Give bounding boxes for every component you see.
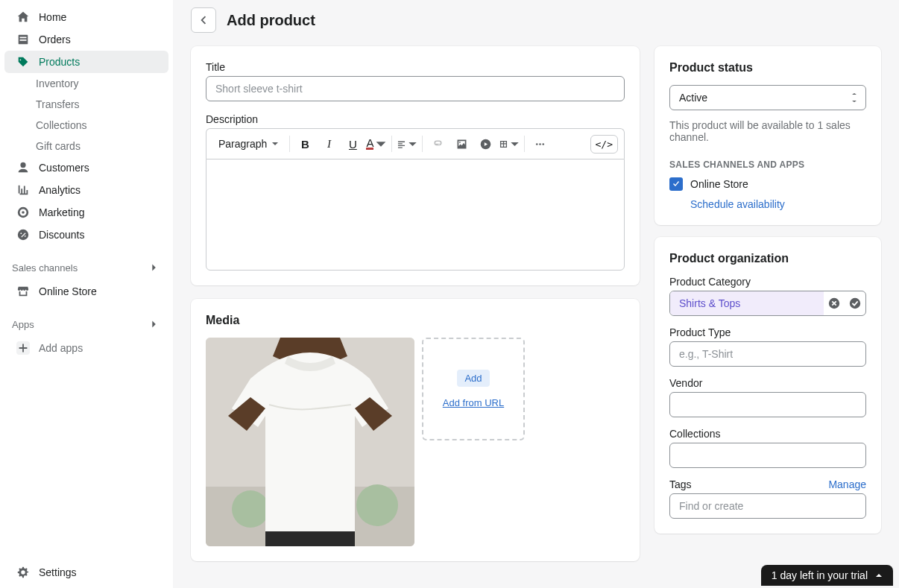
title-input[interactable] [206,76,625,101]
chevron-down-icon [271,140,279,148]
nav-section-apps[interactable]: Apps [0,312,173,337]
text-color-button[interactable]: A [366,133,387,154]
tags-label: Tags [669,478,692,490]
products-icon [16,55,30,69]
link-button[interactable] [427,133,448,154]
vendor-label: Vendor [669,377,866,389]
nav-online-store[interactable]: Online Store [4,280,168,303]
manage-tags-link[interactable]: Manage [828,478,866,490]
customers-icon [16,161,30,174]
add-media-button[interactable]: Add [457,370,489,387]
channels-subheader: Sales channels and apps [669,159,866,170]
type-input[interactable] [669,341,866,367]
chevron-right-icon [148,261,161,274]
collections-label: Collections [669,428,866,440]
editor-toolbar: Paragraph B I U A [206,128,625,159]
org-heading: Product organization [669,252,866,265]
analytics-icon [16,183,30,197]
svg-point-10 [850,298,860,309]
page-title: Add product [227,12,315,29]
more-button[interactable] [529,133,550,154]
vendor-input[interactable] [669,392,866,417]
media-dropzone[interactable]: Add Add from URL [422,338,525,440]
nav-settings[interactable]: Settings [4,561,168,584]
nav-transfers[interactable]: Transfers [4,94,168,115]
plus-icon [16,341,30,355]
nav-label: Home [39,11,66,23]
svg-point-1 [536,143,538,145]
orders-icon [16,33,30,46]
svg-rect-8 [265,531,355,546]
clear-category-button[interactable] [824,291,845,315]
chevron-down-icon [375,138,387,151]
chevron-down-icon [408,138,417,151]
nav-section-channels[interactable]: Sales channels [0,255,173,280]
nav-label: Discounts [39,229,84,241]
online-store-checkbox[interactable] [669,177,683,191]
nav-orders[interactable]: Orders [4,28,168,51]
status-select[interactable]: Active [669,85,866,110]
back-button[interactable] [191,7,216,33]
video-button[interactable] [475,133,496,154]
nav-add-apps[interactable]: Add apps [4,337,168,359]
nav-label: Customers [39,162,89,174]
status-help: This product will be available to 1 sale… [669,119,866,143]
confirm-category-button[interactable] [845,291,865,315]
trial-banner[interactable]: 1 day left in your trial [761,565,893,586]
add-from-url-link[interactable]: Add from URL [443,397,504,408]
nav-label: Analytics [39,184,81,196]
nav-home[interactable]: Home [4,6,168,28]
title-label: Title [206,61,625,73]
page-header: Add product [191,7,881,33]
marketing-icon [16,206,30,219]
discounts-icon [16,228,30,241]
nav-label: Marketing [39,206,84,218]
type-label: Product Type [669,326,866,338]
collections-input[interactable] [669,443,866,468]
desc-label: Description [206,113,625,125]
schedule-availability-link[interactable]: Schedule availability [690,198,785,210]
title-card: Title Description Paragraph B I U A [191,46,640,285]
chevron-right-icon [148,317,161,331]
nav-label: Orders [39,34,71,45]
nav-label: Add apps [39,342,83,354]
svg-point-2 [539,143,541,145]
nav-label: Settings [39,566,77,578]
underline-button[interactable]: U [342,133,363,154]
description-editor[interactable] [206,159,625,271]
nav-discounts[interactable]: Discounts [4,224,168,246]
html-toggle[interactable]: </> [590,135,618,154]
image-button[interactable] [451,133,472,154]
nav-analytics[interactable]: Analytics [4,179,168,201]
nav-inventory[interactable]: Inventory [4,73,168,94]
nav-giftcards[interactable]: Gift cards [4,136,168,157]
nav-label: Online Store [39,285,97,297]
home-icon [16,10,30,24]
paragraph-dropdown[interactable]: Paragraph [212,135,285,153]
sidebar: Home Orders Products Inventory Transfers… [0,0,173,588]
italic-button[interactable]: I [318,133,339,154]
category-input[interactable]: Shirts & Tops [669,291,866,316]
chevron-down-icon [510,138,520,151]
nav-marketing[interactable]: Marketing [4,201,168,224]
nav-collections[interactable]: Collections [4,115,168,136]
svg-point-6 [232,490,269,528]
tags-input[interactable] [669,493,866,519]
gear-icon [16,566,30,579]
table-button[interactable] [499,133,520,154]
main-content: Add product Title Description Paragraph … [173,0,899,588]
nav-products[interactable]: Products [4,51,168,73]
nav-customers[interactable]: Customers [4,157,168,179]
status-card: Product status Active This product will … [654,46,881,225]
svg-point-7 [356,484,398,526]
media-heading: Media [206,314,625,327]
media-thumbnail[interactable] [206,338,414,546]
nav-label: Products [39,56,80,68]
svg-point-3 [542,143,544,145]
align-button[interactable] [397,133,417,154]
bold-button[interactable]: B [294,133,315,154]
arrow-left-icon [197,13,210,27]
category-label: Product Category [669,276,866,288]
category-chip: Shirts & Tops [670,291,824,315]
channel-label: Online Store [690,178,748,190]
